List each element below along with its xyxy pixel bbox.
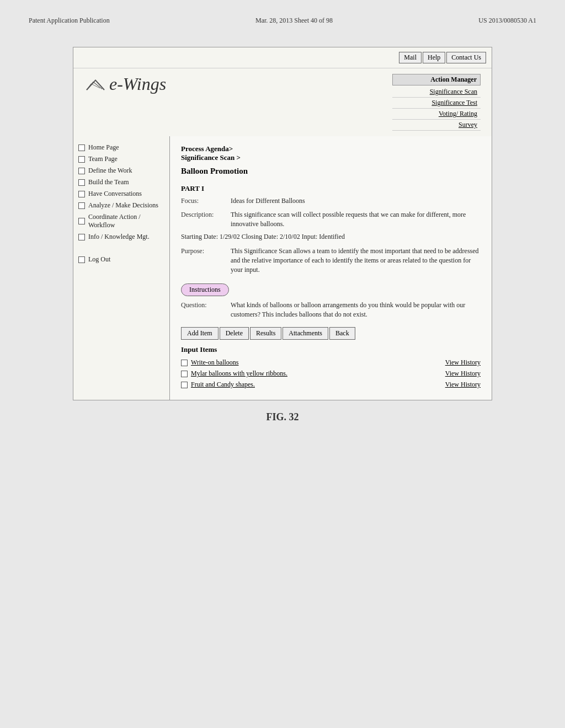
right-nav-significance-scan[interactable]: Significance Scan [392, 87, 481, 98]
item-checkbox-0[interactable] [181, 360, 188, 366]
sidebar-checkbox-logout [78, 256, 85, 263]
dates-row: Starting Date: 1/29/02 Closing Date: 2/1… [181, 233, 481, 241]
list-item: Write-on balloons View History [181, 358, 481, 367]
item-label-0: Write-on balloons [191, 358, 239, 367]
sidebar-item-logout[interactable]: Log Out [76, 254, 167, 265]
question-row: Question: What kinds of balloons or ball… [181, 301, 481, 319]
purpose-row: Purpose: This Significance Scan allows a… [181, 247, 481, 274]
results-button[interactable]: Results [250, 327, 281, 340]
right-nav-menu: Action Manager Significance Scan Signifi… [392, 74, 481, 131]
input-items-title: Input Items [181, 345, 481, 354]
item-checkbox-2[interactable] [181, 382, 188, 388]
view-history-2[interactable]: View History [445, 381, 481, 389]
focus-value: Ideas for Different Balloons [231, 196, 481, 206]
main-layout: Home Page Team Page Define the Work Buil… [73, 136, 492, 400]
item-left-0: Write-on balloons [181, 358, 239, 367]
description-row: Description: This significance scan will… [181, 210, 481, 229]
help-button[interactable]: Help [423, 52, 445, 63]
item-left-2: Fruit and Candy shapes. [181, 381, 255, 389]
sidebar-item-build-team[interactable]: Build the Team [76, 176, 167, 188]
sidebar-label-define: Define the Work [88, 167, 132, 175]
sidebar-spacer [76, 243, 167, 254]
purpose-label: Purpose: [181, 247, 231, 274]
logo: e-Wings [84, 74, 166, 94]
top-nav-bar: Mail Help Contact Us [73, 47, 492, 68]
item-label-1: Mylar balloons with yellow ribbons. [191, 370, 287, 378]
wing-icon [84, 76, 106, 93]
list-item: Fruit and Candy shapes. View History [181, 381, 481, 389]
attachments-button[interactable]: Attachments [282, 327, 328, 340]
patent-header-center: Mar. 28, 2013 Sheet 40 of 98 [255, 17, 333, 25]
sidebar-item-home-page[interactable]: Home Page [76, 142, 167, 153]
sidebar-label-info: Info / Knowledge Mgt. [88, 233, 150, 241]
purpose-value: This Significance Scan allows a team to … [231, 247, 481, 274]
sidebar-checkbox-define [78, 168, 85, 174]
patent-header-right: US 2013/0080530 A1 [478, 17, 536, 25]
item-left-1: Mylar balloons with yellow ribbons. [181, 370, 287, 378]
breadcrumb-line2: Significance Scan > [181, 153, 481, 162]
figure-caption: FIG. 32 [266, 411, 299, 423]
sidebar-label-coord: Coordinate Action / Workflow [88, 213, 164, 229]
sidebar-label-home: Home Page [88, 143, 119, 152]
sidebar: Home Page Team Page Define the Work Buil… [73, 136, 170, 400]
right-nav-action-manager[interactable]: Action Manager [392, 74, 481, 85]
breadcrumb-line1: Process Agenda> [181, 144, 481, 153]
question-value: What kinds of balloons or balloon arrang… [231, 301, 481, 319]
sidebar-item-info[interactable]: Info / Knowledge Mgt. [76, 231, 167, 243]
breadcrumb: Process Agenda> Significance Scan > [181, 144, 481, 162]
right-nav-significance-test[interactable]: Significance Test [392, 98, 481, 109]
instructions-btn-wrapper: Instructions [181, 279, 481, 301]
sidebar-item-define-work[interactable]: Define the Work [76, 165, 167, 176]
focus-row: Focus: Ideas for Different Balloons [181, 196, 481, 206]
sidebar-label-analyze: Analyze / Make Decisions [88, 201, 158, 210]
sidebar-checkbox-analyze [78, 202, 85, 209]
sidebar-checkbox-conv [78, 191, 85, 197]
sidebar-checkbox-home [78, 144, 85, 151]
description-value: This significance scan will collect poss… [231, 210, 481, 229]
sidebar-checkbox-info [78, 234, 85, 240]
sidebar-checkbox-team [78, 156, 85, 163]
main-content: Process Agenda> Significance Scan > Ball… [170, 136, 492, 400]
app-window: Mail Help Contact Us e-Wings Action Mana… [73, 47, 492, 400]
sidebar-label-team: Team Page [88, 155, 118, 163]
sidebar-label-conv: Have Conversations [88, 190, 142, 198]
back-button[interactable]: Back [329, 327, 355, 340]
view-history-0[interactable]: View History [445, 358, 481, 367]
sidebar-item-conversations[interactable]: Have Conversations [76, 188, 167, 200]
item-label-2: Fruit and Candy shapes. [191, 381, 255, 389]
add-item-button[interactable]: Add Item [181, 327, 218, 340]
right-nav-survey[interactable]: Survey [392, 120, 481, 131]
sidebar-item-team-page[interactable]: Team Page [76, 153, 167, 165]
contact-us-button[interactable]: Contact Us [446, 52, 486, 63]
list-item: Mylar balloons with yellow ribbons. View… [181, 370, 481, 378]
instructions-button[interactable]: Instructions [181, 283, 229, 296]
logo-text: e-Wings [109, 74, 166, 94]
description-label: Description: [181, 210, 231, 229]
section-title: Balloon Promotion [181, 167, 481, 176]
focus-label: Focus: [181, 196, 231, 206]
sidebar-label-logout: Log Out [88, 255, 110, 264]
sidebar-item-coordinate[interactable]: Coordinate Action / Workflow [76, 211, 167, 231]
part-heading: PART I [181, 184, 481, 193]
sidebar-item-analyze[interactable]: Analyze / Make Decisions [76, 200, 167, 211]
delete-button[interactable]: Delete [220, 327, 249, 340]
patent-header: Patent Application Publication Mar. 28, … [18, 11, 547, 30]
logo-area: e-Wings Action Manager Significance Scan… [73, 68, 492, 136]
view-history-1[interactable]: View History [445, 370, 481, 378]
question-label: Question: [181, 301, 231, 319]
action-buttons-row: Add Item Delete Results Attachments Back [181, 327, 481, 340]
patent-header-left: Patent Application Publication [29, 17, 110, 25]
item-checkbox-1[interactable] [181, 371, 188, 377]
sidebar-checkbox-build [78, 179, 85, 186]
sidebar-checkbox-coord [78, 218, 85, 224]
sidebar-label-build: Build the Team [88, 178, 129, 186]
right-nav-voting-rating[interactable]: Voting/ Rating [392, 109, 481, 120]
mail-button[interactable]: Mail [399, 52, 422, 63]
